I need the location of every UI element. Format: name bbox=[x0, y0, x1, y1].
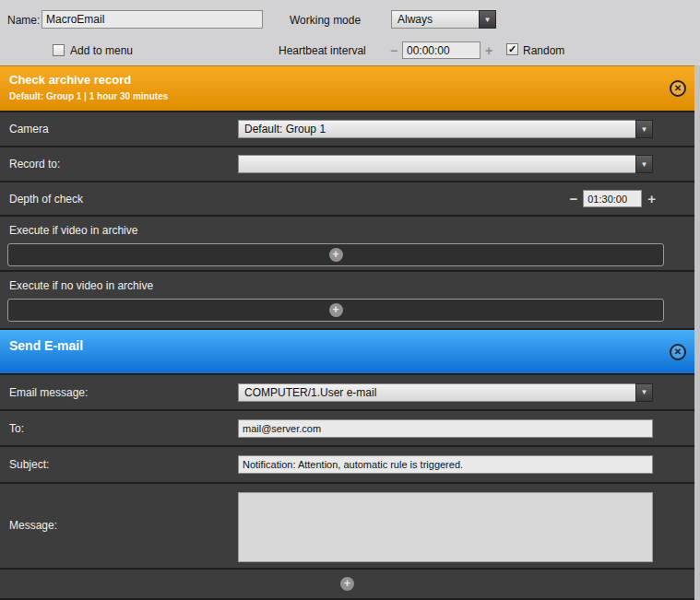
check-archive-record-subtitle: Default: Group 1 | 1 hour 30 minutes bbox=[9, 91, 685, 101]
random-checkbox[interactable]: ✓ bbox=[506, 43, 518, 55]
close-icon[interactable]: ✕ bbox=[670, 344, 686, 360]
add-to-menu-label: Add to menu bbox=[70, 44, 133, 57]
subject-row: Subject: bbox=[0, 447, 694, 484]
chevron-down-icon[interactable]: ▼ bbox=[479, 10, 496, 29]
depth-of-check-input[interactable] bbox=[583, 190, 642, 207]
to-row: To: bbox=[0, 411, 694, 447]
check-archive-record-title: Check archive record bbox=[9, 73, 685, 87]
camera-row: Camera Default: Group 1 ▼ bbox=[0, 112, 694, 147]
message-row: Message: bbox=[0, 484, 694, 570]
record-to-label: Record to: bbox=[0, 158, 238, 171]
depth-of-check-row: Depth of check − + bbox=[0, 182, 694, 217]
to-label: To: bbox=[0, 422, 238, 435]
plus-icon[interactable]: + bbox=[340, 577, 354, 591]
email-message-dropdown[interactable]: COMPUTER/1.User e-mail ▼ bbox=[238, 383, 653, 402]
subject-label: Subject: bbox=[0, 458, 238, 471]
chevron-down-icon[interactable]: ▼ bbox=[635, 120, 653, 138]
depth-of-check-label: Depth of check bbox=[0, 193, 238, 206]
message-label: Message: bbox=[0, 484, 238, 532]
to-input[interactable] bbox=[238, 419, 653, 438]
add-action-if-video-button[interactable]: + bbox=[7, 243, 664, 266]
macro-actions-list: Check archive record Default: Group 1 | … bbox=[0, 65, 694, 600]
add-action-if-no-video-button[interactable]: + bbox=[7, 299, 664, 322]
record-to-value[interactable] bbox=[238, 155, 635, 173]
heartbeat-plus-button[interactable]: + bbox=[485, 44, 492, 57]
chevron-down-icon[interactable]: ▼ bbox=[635, 383, 653, 402]
heartbeat-minus-button[interactable]: − bbox=[390, 44, 397, 57]
macro-settings-topbar: Name: Working mode Always ▼ Add to menu … bbox=[0, 0, 700, 65]
name-input[interactable] bbox=[42, 10, 263, 29]
send-email-header: Send E-mail ✕ bbox=[0, 330, 694, 375]
email-message-label: Email message: bbox=[0, 386, 238, 399]
plus-icon[interactable]: + bbox=[329, 303, 343, 317]
add-to-menu-checkbox[interactable] bbox=[53, 44, 65, 56]
plus-icon[interactable]: + bbox=[329, 248, 343, 262]
message-textarea[interactable] bbox=[238, 492, 653, 562]
check-archive-record-header: Check archive record Default: Group 1 | … bbox=[0, 65, 694, 112]
name-label: Name: bbox=[7, 14, 40, 27]
heartbeat-interval-input[interactable] bbox=[402, 41, 481, 59]
send-email-title: Send E-mail bbox=[9, 338, 685, 353]
record-to-dropdown[interactable]: ▼ bbox=[238, 155, 653, 173]
subject-input[interactable] bbox=[238, 455, 653, 474]
add-action-row[interactable]: + bbox=[0, 570, 694, 600]
random-label: Random bbox=[523, 44, 564, 57]
working-mode-dropdown[interactable]: Always ▼ bbox=[391, 10, 496, 29]
execute-if-video-row: Execute if video in archive + bbox=[0, 217, 694, 272]
working-mode-value[interactable]: Always bbox=[391, 10, 479, 29]
camera-value[interactable]: Default: Group 1 bbox=[238, 120, 635, 138]
depth-plus-button[interactable]: + bbox=[647, 191, 656, 206]
email-message-value[interactable]: COMPUTER/1.User e-mail bbox=[238, 383, 635, 402]
email-message-row: Email message: COMPUTER/1.User e-mail ▼ bbox=[0, 375, 694, 411]
heartbeat-interval-label: Heartbeat interval bbox=[279, 44, 366, 57]
working-mode-label: Working mode bbox=[290, 14, 361, 27]
execute-if-no-video-label: Execute if no video in archive bbox=[0, 272, 694, 292]
depth-minus-button[interactable]: − bbox=[569, 191, 577, 206]
execute-if-video-label: Execute if video in archive bbox=[0, 217, 694, 237]
close-icon[interactable]: ✕ bbox=[670, 80, 686, 97]
camera-dropdown[interactable]: Default: Group 1 ▼ bbox=[238, 120, 653, 138]
execute-if-no-video-row: Execute if no video in archive + bbox=[0, 272, 694, 330]
camera-label: Camera bbox=[0, 123, 238, 135]
chevron-down-icon[interactable]: ▼ bbox=[635, 155, 653, 173]
record-to-row: Record to: ▼ bbox=[0, 147, 694, 182]
